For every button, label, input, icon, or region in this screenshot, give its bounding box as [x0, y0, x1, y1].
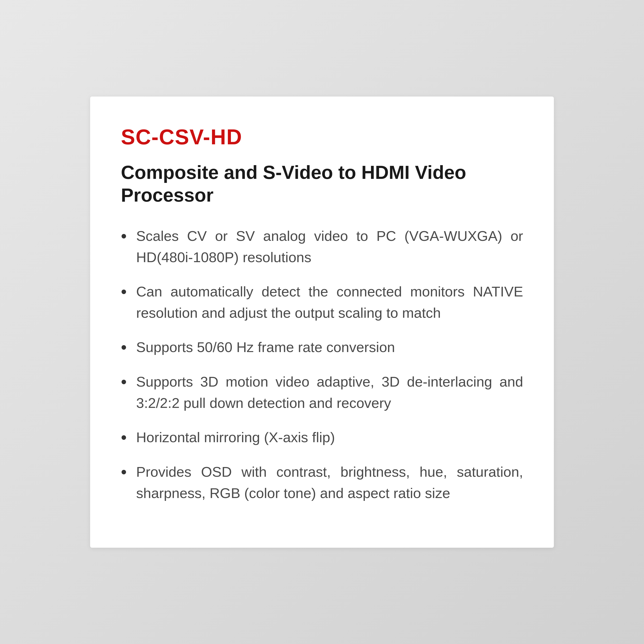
feature-text: Scales CV or SV analog video to PC (VGA-… [136, 225, 523, 268]
product-card: SC-CSV-HD Composite and S-Video to HDMI … [90, 97, 554, 548]
list-item: Supports 3D motion video adaptive, 3D de… [121, 371, 523, 414]
list-item: Horizontal mirroring (X-axis flip) [121, 427, 523, 448]
list-item: Provides OSD with contrast, brightness, … [121, 461, 523, 504]
feature-text: Provides OSD with contrast, brightness, … [136, 461, 523, 504]
feature-list: Scales CV or SV analog video to PC (VGA-… [121, 225, 523, 504]
product-title: Composite and S-Video to HDMI Video Proc… [121, 161, 523, 207]
list-item: Scales CV or SV analog video to PC (VGA-… [121, 225, 523, 268]
product-code: SC-CSV-HD [121, 125, 523, 149]
list-item: Supports 50/60 Hz frame rate conversion [121, 337, 523, 358]
feature-text: Supports 50/60 Hz frame rate conversion [136, 337, 523, 358]
feature-text: Supports 3D motion video adaptive, 3D de… [136, 371, 523, 414]
list-item: Can automatically detect the connected m… [121, 281, 523, 324]
feature-text: Horizontal mirroring (X-axis flip) [136, 427, 523, 448]
feature-text: Can automatically detect the connected m… [136, 281, 523, 324]
